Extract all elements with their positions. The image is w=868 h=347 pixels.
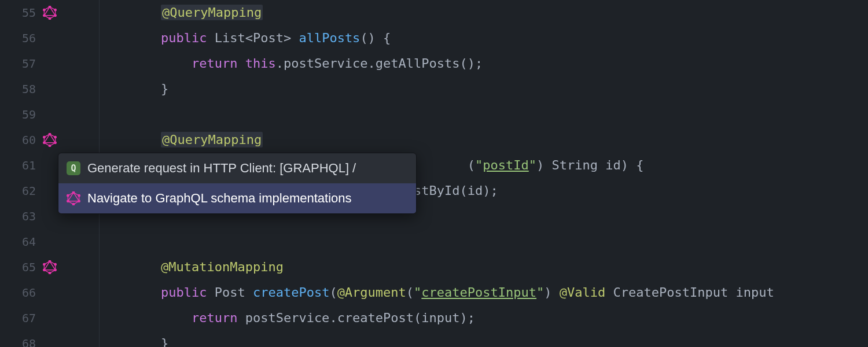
gutter-icon-slot[interactable] xyxy=(41,0,64,25)
svg-point-15 xyxy=(43,136,45,138)
svg-point-30 xyxy=(67,200,69,202)
code-line[interactable]: return postService.createPost(input); xyxy=(100,305,868,331)
line-number: 57 xyxy=(0,51,36,76)
svg-point-5 xyxy=(49,17,50,19)
svg-point-29 xyxy=(72,203,74,205)
gutter-icon-slot xyxy=(41,25,64,51)
intention-popup[interactable]: QGenerate request in HTTP Client: [GRAPH… xyxy=(58,153,417,214)
code-line[interactable]: @MutationMapping xyxy=(100,254,868,280)
intention-item[interactable]: QGenerate request in HTTP Client: [GRAPH… xyxy=(58,153,416,183)
line-number: 60 xyxy=(0,127,36,153)
svg-point-23 xyxy=(43,264,45,265)
graphql-icon[interactable] xyxy=(43,6,57,20)
code-line[interactable]: } xyxy=(100,331,868,347)
gutter-icon-slot xyxy=(41,76,64,102)
svg-point-14 xyxy=(43,142,45,143)
line-number: 68 xyxy=(0,331,36,347)
gutter-icon-slot xyxy=(41,331,64,347)
intention-label: Navigate to GraphQL schema implementatio… xyxy=(87,192,352,205)
line-number: 58 xyxy=(0,76,36,102)
code-line[interactable]: } xyxy=(100,76,868,102)
gutter-icon-slot xyxy=(41,51,64,76)
svg-point-7 xyxy=(43,9,45,11)
line-number: 65 xyxy=(0,254,36,280)
line-number: 63 xyxy=(0,204,36,229)
svg-point-27 xyxy=(78,195,80,197)
line-number: 61 xyxy=(0,153,36,178)
svg-point-10 xyxy=(49,133,50,135)
svg-point-12 xyxy=(54,142,56,143)
svg-point-4 xyxy=(54,14,56,16)
line-number: 59 xyxy=(0,102,36,127)
code-line[interactable]: public Post createPost(@Argument("create… xyxy=(100,280,868,305)
line-number: 66 xyxy=(0,280,36,305)
gutter-icon-slot xyxy=(41,229,64,254)
svg-point-18 xyxy=(49,260,50,262)
intention-item[interactable]: Navigate to GraphQL schema implementatio… xyxy=(58,183,416,213)
http-client-q-icon: Q xyxy=(67,161,80,175)
code-line[interactable] xyxy=(100,102,868,127)
svg-point-22 xyxy=(43,269,45,271)
svg-point-13 xyxy=(49,145,50,146)
gutter-icon-slot[interactable] xyxy=(41,254,64,280)
code-line[interactable]: @QueryMapping xyxy=(100,0,868,25)
svg-point-28 xyxy=(78,200,80,202)
svg-point-6 xyxy=(43,14,45,16)
line-number: 56 xyxy=(0,25,36,51)
line-number: 67 xyxy=(0,305,36,331)
svg-point-3 xyxy=(54,9,56,11)
line-number-gutter: 5556575859606162636465666768 xyxy=(0,0,41,347)
gutter-icon-slot[interactable] xyxy=(41,127,64,153)
graphql-icon[interactable] xyxy=(43,133,57,147)
gutter-icon-slot xyxy=(41,102,64,127)
line-number: 64 xyxy=(0,229,36,254)
gutter-icon-slot xyxy=(41,305,64,331)
intention-label: Generate request in HTTP Client: [GRAPHQ… xyxy=(87,162,356,175)
graphql-icon xyxy=(67,191,80,205)
code-line[interactable]: @QueryMapping xyxy=(100,127,868,153)
line-number: 55 xyxy=(0,0,36,25)
code-line[interactable]: public List<Post> allPosts() { xyxy=(100,25,868,51)
svg-point-21 xyxy=(49,272,50,274)
gutter-icon-slot xyxy=(41,280,64,305)
code-line[interactable] xyxy=(100,229,868,254)
code-line[interactable]: return this.postService.getAllPosts(); xyxy=(100,51,868,76)
svg-point-26 xyxy=(72,191,74,193)
svg-point-31 xyxy=(67,195,69,197)
svg-point-19 xyxy=(54,264,56,265)
line-number: 62 xyxy=(0,178,36,204)
svg-point-11 xyxy=(54,136,56,138)
graphql-icon[interactable] xyxy=(43,260,57,274)
svg-point-2 xyxy=(49,6,50,8)
svg-point-20 xyxy=(54,269,56,271)
